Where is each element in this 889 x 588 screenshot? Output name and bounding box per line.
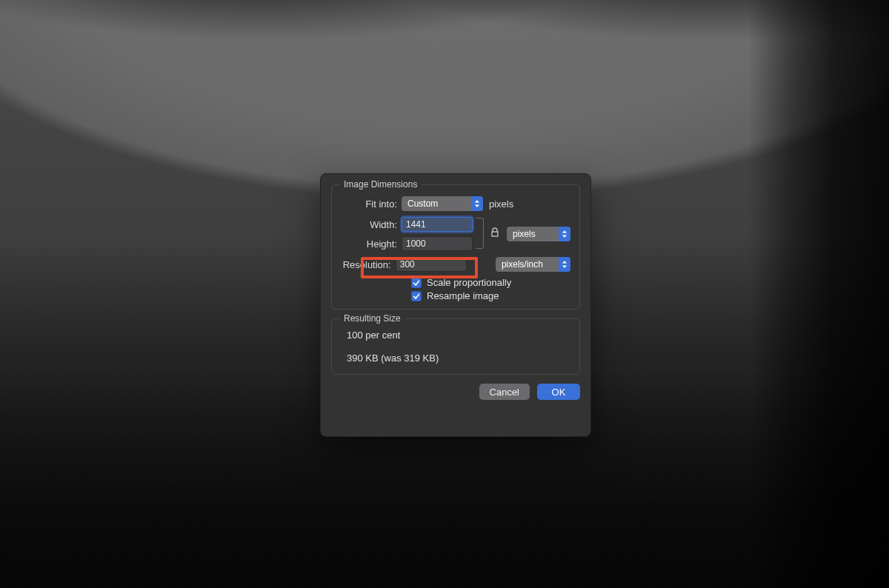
ok-button[interactable]: OK [537, 384, 580, 400]
resolution-label: Resolution: [341, 259, 396, 270]
resulting-size-legend: Resulting Size [339, 313, 405, 324]
size-unit-stepper-icon [559, 227, 570, 241]
resolution-input[interactable] [396, 257, 467, 272]
fit-into-stepper-icon [471, 196, 483, 211]
result-percent: 100 per cent [341, 327, 570, 351]
fit-into-row: Fit into: Custom pixels [341, 196, 570, 212]
scale-proportionally-row[interactable]: Scale proportionally [411, 277, 570, 288]
cancel-button[interactable]: Cancel [479, 384, 530, 400]
image-dimensions-group: Image Dimensions Fit into: Custom pixels… [331, 184, 580, 310]
resolution-unit-stepper-icon [559, 257, 570, 272]
image-size-dialog: Image Dimensions Fit into: Custom pixels… [320, 173, 591, 437]
fit-into-unit: pixels [489, 198, 513, 210]
scale-proportionally-label: Scale proportionally [427, 277, 511, 288]
width-input[interactable] [402, 217, 473, 232]
height-label: Height: [341, 238, 402, 250]
resulting-size-group: Resulting Size 100 per cent 390 KB (was … [331, 318, 580, 375]
scale-proportionally-checkbox[interactable] [411, 278, 422, 288]
fit-into-value: Custom [407, 198, 438, 209]
result-size: 390 KB (was 319 KB) [341, 351, 570, 370]
resample-image-row[interactable]: Resample image [411, 290, 570, 301]
aspect-bracket-icon [476, 216, 486, 250]
fit-into-select[interactable]: Custom [402, 196, 483, 211]
height-row: Height: [341, 235, 473, 252]
dialog-button-row: Cancel OK [331, 384, 580, 400]
fit-into-label: Fit into: [341, 198, 402, 210]
image-dimensions-legend: Image Dimensions [339, 179, 422, 190]
resolution-unit-select[interactable]: pixels/inch [496, 257, 570, 272]
background-dark-right [748, 0, 889, 588]
aspect-lock-group [476, 216, 504, 250]
height-input[interactable] [402, 236, 473, 251]
lock-icon[interactable] [486, 227, 504, 240]
width-label: Width: [341, 219, 402, 230]
resolution-unit-value: pixels/inch [502, 259, 543, 270]
resolution-row: Resolution: pixels/inch [341, 256, 570, 273]
size-rows: Width: Height: pixels [341, 216, 570, 252]
size-unit-select[interactable]: pixels [507, 227, 570, 241]
size-unit-value: pixels [513, 229, 536, 239]
resample-image-label: Resample image [427, 290, 499, 301]
resample-image-checkbox[interactable] [411, 291, 422, 301]
width-row: Width: [341, 216, 473, 233]
